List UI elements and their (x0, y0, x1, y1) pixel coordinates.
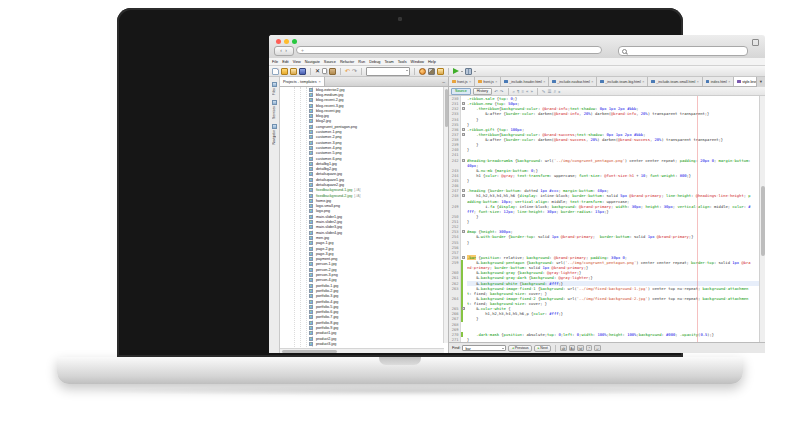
code-fold-icon[interactable]: − (462, 194, 465, 197)
editor-tool-icon-11[interactable]: # (553, 89, 555, 94)
code-fold-icon[interactable]: − (462, 107, 465, 110)
url-field[interactable]: + (296, 46, 602, 54)
tab-close-icon[interactable]: × (543, 80, 545, 84)
highlight-results-icon[interactable]: ab (560, 345, 567, 352)
new-file-icon[interactable] (272, 68, 279, 75)
find-input[interactable]: bar (462, 345, 506, 352)
editor-tab--include-team-small-html[interactable]: _include-team-small.html× (648, 77, 703, 86)
tree-item-name: customer-1.png (316, 130, 342, 134)
save-all-icon[interactable] (299, 68, 306, 75)
close-window-button[interactable] (276, 39, 281, 44)
editor-tool-icon-9[interactable]: ✎ (542, 89, 546, 94)
editor-tab--include-navbar-html[interactable]: _include-navbar.html× (549, 77, 597, 86)
editor-tool-icon-7[interactable]: » (530, 89, 532, 94)
tab-close-icon[interactable]: × (728, 80, 730, 84)
code-fold-icon[interactable]: − (462, 133, 465, 136)
minimize-panel-icon[interactable]: – (442, 79, 445, 85)
rail-tab-files[interactable]: Files (269, 82, 279, 95)
code-fold-icon[interactable]: − (462, 307, 465, 310)
editor-tab--include-team-big-html[interactable]: _include-team-big.html× (597, 77, 648, 86)
open-project-icon[interactable] (290, 68, 297, 75)
code-fold-icon[interactable]: − (462, 230, 465, 233)
memory-grid-icon[interactable] (465, 68, 472, 75)
editor-tool-icon-0[interactable]: ↶ (494, 89, 498, 94)
menu-item-source[interactable]: Source (324, 60, 336, 64)
tree-item-name: portfolio-3.jpg (316, 294, 338, 298)
rail-tab-services[interactable]: Services (269, 100, 279, 119)
new-project-icon[interactable] (281, 68, 288, 75)
back-forward-buttons[interactable]: ‹ › (274, 46, 294, 56)
code-text: &.background-image-fixed-1 {background: … (467, 286, 759, 296)
clean-build-icon[interactable] (437, 68, 444, 75)
menu-item-team[interactable]: Team (384, 60, 393, 64)
image-file-icon (309, 241, 313, 245)
code-fold-icon[interactable]: − (462, 128, 465, 131)
run-project-icon[interactable] (453, 68, 459, 74)
undo-icon[interactable]: ↶ (345, 68, 350, 75)
editor-tool-icon-10[interactable]: ☰ (548, 89, 552, 94)
tree-item-name: page-1.jpg (316, 241, 333, 245)
wrap-search-icon[interactable]: ↩ (594, 345, 601, 352)
menu-item-refactor[interactable]: Refactor (340, 60, 354, 64)
tab-close-icon[interactable]: × (495, 80, 497, 84)
editor-vertical-scrollbar[interactable] (759, 96, 765, 342)
editor-tool-icon-5[interactable]: ≡ (521, 89, 524, 94)
chevron-down-icon[interactable] (474, 71, 476, 73)
editor-tool-icon-12[interactable]: ± (558, 89, 560, 94)
editor-tab-front-js[interactable]: front.js× (475, 77, 501, 86)
match-case-icon[interactable]: Aa (569, 345, 576, 352)
menu-item-help[interactable]: Help (428, 60, 436, 64)
code-fold-icon[interactable]: − (462, 159, 465, 162)
divider (340, 68, 341, 75)
rail-tab-navigator[interactable]: Navigator (269, 124, 279, 145)
close-icon[interactable]: × (319, 79, 321, 84)
menu-item-window[interactable]: Window (411, 60, 425, 64)
editor-tool-icon-3[interactable]: ⌕ (513, 89, 515, 94)
editor-tab--include-header-html[interactable]: _include-header.html× (501, 77, 549, 86)
tab-close-icon[interactable]: × (591, 80, 593, 84)
view-button-source[interactable]: Source (451, 88, 471, 95)
copy-icon[interactable] (322, 68, 327, 74)
menu-item-file[interactable]: File (272, 60, 278, 64)
code-fold-icon[interactable]: − (462, 189, 465, 192)
minimize-window-button[interactable] (284, 39, 289, 44)
tab-close-icon[interactable]: × (469, 80, 471, 84)
tree-vertical-scrollbar[interactable] (443, 87, 448, 343)
build-project-icon[interactable] (428, 68, 435, 75)
menu-item-run[interactable]: Run (358, 60, 365, 64)
projects-tab[interactable]: Projects - templates × (280, 77, 325, 86)
code-fold-icon[interactable]: − (462, 102, 465, 105)
tab-list-chevron-down-icon[interactable]: ▾ (756, 77, 765, 87)
fullscreen-icon[interactable] (752, 39, 759, 46)
code-area[interactable]: 230.ribbon.sale {top: 0;}231−.ribbon.new… (449, 96, 759, 342)
editor-tab-index-html[interactable]: index.html× (703, 77, 735, 86)
editor-tool-icon-4[interactable]: ¶ (517, 89, 519, 94)
file-tree: blog-exterior2.jpgblog-medium.jpgblog-re… (280, 87, 444, 349)
whole-words-icon[interactable]: |w| (577, 345, 584, 352)
find-next-button[interactable]: ▸ Next (534, 345, 551, 352)
menu-item-view[interactable]: View (293, 60, 301, 64)
menu-item-debug[interactable]: Debug (369, 60, 380, 64)
find-previous-button[interactable]: ◂ Previous (508, 345, 532, 352)
regex-icon[interactable]: .* (586, 345, 593, 352)
view-button-history[interactable]: History (473, 88, 492, 95)
redo-icon[interactable]: ↷ (352, 68, 357, 75)
menu-item-edit[interactable]: Edit (282, 60, 289, 64)
settings-gear-icon[interactable] (419, 68, 426, 75)
paste-icon[interactable] (329, 68, 336, 75)
editor-tool-icon-1[interactable]: ↷ (500, 89, 504, 94)
tree-item[interactable]: product3.jpg (280, 341, 444, 346)
editor-tab-front-js[interactable]: front.js× (449, 77, 475, 86)
chevron-down-icon[interactable] (461, 71, 463, 73)
menu-item-navigate[interactable]: Navigate (305, 60, 320, 64)
code-fold-icon[interactable]: − (462, 256, 465, 259)
tab-close-icon[interactable]: × (642, 80, 644, 84)
tab-close-icon[interactable]: × (697, 80, 699, 84)
search-input[interactable] (618, 46, 748, 56)
zoom-window-button[interactable] (292, 39, 297, 44)
cut-icon[interactable]: ✕ (315, 68, 320, 75)
editor-tool-icon-6[interactable]: « (526, 89, 528, 94)
menu-item-tools[interactable]: Tools (398, 60, 407, 64)
tree-horizontal-scrollbar[interactable] (280, 348, 444, 353)
configuration-combobox[interactable] (366, 67, 410, 76)
